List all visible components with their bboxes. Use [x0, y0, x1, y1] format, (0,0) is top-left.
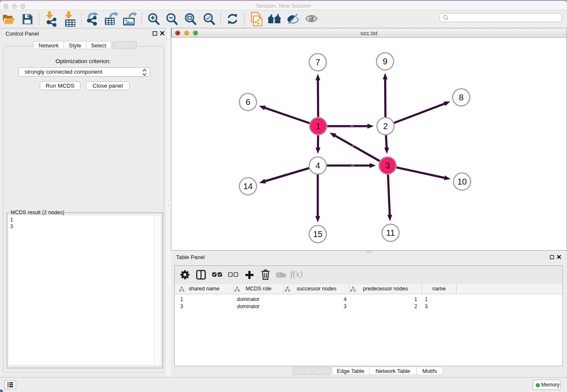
svg-text:3: 3 — [385, 161, 390, 170]
svg-text:6: 6 — [245, 97, 250, 107]
svg-text:1: 1 — [316, 121, 320, 131]
svg-text:14: 14 — [243, 182, 253, 191]
svg-text:8: 8 — [459, 93, 463, 102]
svg-text:15: 15 — [313, 229, 322, 239]
svg-text:11: 11 — [386, 228, 395, 237]
svg-text:2: 2 — [383, 121, 388, 131]
svg-text:7: 7 — [315, 58, 320, 67]
svg-text:9: 9 — [383, 57, 387, 66]
svg-text:10: 10 — [457, 177, 467, 186]
svg-text:4: 4 — [315, 161, 320, 170]
